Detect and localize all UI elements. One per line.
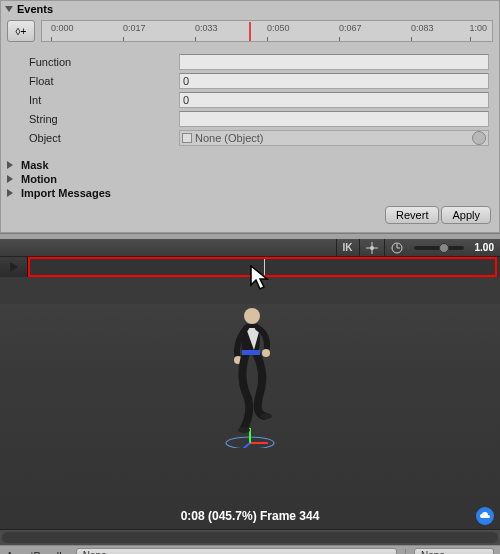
play-button[interactable] xyxy=(0,257,28,277)
apply-button[interactable]: Apply xyxy=(441,206,491,224)
add-event-button[interactable]: ◊+ xyxy=(7,20,35,42)
motion-label: Motion xyxy=(21,173,57,185)
animation-viewport[interactable]: 0:08 (045.7%) Frame 344 xyxy=(0,277,500,529)
svg-point-14 xyxy=(238,427,250,433)
import-messages-foldout[interactable]: Import Messages xyxy=(1,186,499,200)
prop-int-row: Int xyxy=(29,91,489,108)
svg-line-10 xyxy=(238,443,250,448)
int-input[interactable] xyxy=(179,92,489,108)
float-input[interactable] xyxy=(179,73,489,89)
tick: 1:00 xyxy=(470,23,488,33)
svg-point-13 xyxy=(262,349,270,357)
event-properties: Function Float Int String Object None (O… xyxy=(1,45,499,158)
speed-value: 1.00 xyxy=(469,242,500,253)
prop-float-label: Float xyxy=(29,75,179,87)
apply-buttons: Revert Apply xyxy=(1,200,499,232)
slider-knob-icon[interactable] xyxy=(439,243,449,253)
timeline-playhead[interactable] xyxy=(249,22,251,41)
pivot-button[interactable] xyxy=(359,239,384,256)
character-avatar xyxy=(210,298,290,448)
import-messages-label: Import Messages xyxy=(21,187,111,199)
prop-int-label: Int xyxy=(29,94,179,106)
tick: 0:017 xyxy=(123,23,146,33)
speed-button[interactable] xyxy=(384,239,409,256)
ik-toggle[interactable]: IK xyxy=(336,239,359,256)
object-picker-icon[interactable] xyxy=(472,131,486,145)
tick: 0:033 xyxy=(195,23,218,33)
scrub-bar xyxy=(0,257,500,277)
object-field[interactable]: None (Object) xyxy=(179,130,489,146)
cloud-sync-icon[interactable] xyxy=(476,507,494,525)
inspector-panel: Events ◊+ 0:000 0:017 0:033 0:050 0:067 … xyxy=(0,0,500,233)
preview-toolbar: IK 1.00 xyxy=(0,239,500,257)
svg-point-11 xyxy=(244,308,260,324)
prop-object-row: Object None (Object) xyxy=(29,129,489,146)
events-timeline-row: ◊+ 0:000 0:017 0:033 0:050 0:067 0:083 1… xyxy=(1,17,499,45)
horizontal-scrollbar[interactable] xyxy=(0,529,500,545)
assetbundle-label: AssetBundle xyxy=(6,550,68,555)
events-timeline[interactable]: 0:000 0:017 0:033 0:050 0:067 0:083 1:00 xyxy=(41,20,493,42)
prop-function-row: Function xyxy=(29,53,489,70)
play-icon xyxy=(10,262,18,272)
prop-function-label: Function xyxy=(29,56,179,68)
prop-string-label: String xyxy=(29,113,179,125)
variant-dropdown[interactable]: None xyxy=(414,548,494,554)
string-input[interactable] xyxy=(179,111,489,127)
foldout-icon xyxy=(7,175,17,183)
frame-info: 0:08 (045.7%) Frame 344 xyxy=(0,509,500,523)
scrub-playhead[interactable] xyxy=(264,257,265,277)
prop-float-row: Float xyxy=(29,72,489,89)
foldout-events-icon[interactable] xyxy=(5,6,13,12)
scrub-track[interactable] xyxy=(28,257,500,277)
clock-icon xyxy=(391,242,403,254)
tick: 0:000 xyxy=(51,23,74,33)
events-header[interactable]: Events xyxy=(1,1,499,17)
tick: 0:083 xyxy=(411,23,434,33)
tick: 0:067 xyxy=(339,23,362,33)
separator xyxy=(405,549,406,555)
mask-foldout[interactable]: Mask xyxy=(1,158,499,172)
prop-string-row: String xyxy=(29,110,489,127)
tick: 0:050 xyxy=(267,23,290,33)
speed-slider[interactable] xyxy=(414,246,464,250)
svg-rect-16 xyxy=(242,350,260,355)
events-title: Events xyxy=(17,3,53,15)
assetbundle-dropdown[interactable]: None xyxy=(76,548,397,554)
assetbundle-bar: AssetBundle None None xyxy=(0,545,500,554)
mask-label: Mask xyxy=(21,159,49,171)
scrollbar-track[interactable] xyxy=(2,532,498,543)
foldout-icon xyxy=(7,189,17,197)
pivot-icon xyxy=(366,242,378,254)
function-input[interactable] xyxy=(179,54,489,70)
object-checkbox-icon xyxy=(182,133,192,143)
svg-point-15 xyxy=(260,413,272,419)
revert-button[interactable]: Revert xyxy=(385,206,439,224)
foldout-icon xyxy=(7,161,17,169)
object-value: None (Object) xyxy=(195,132,263,144)
prop-object-label: Object xyxy=(29,132,179,144)
motion-foldout[interactable]: Motion xyxy=(1,172,499,186)
